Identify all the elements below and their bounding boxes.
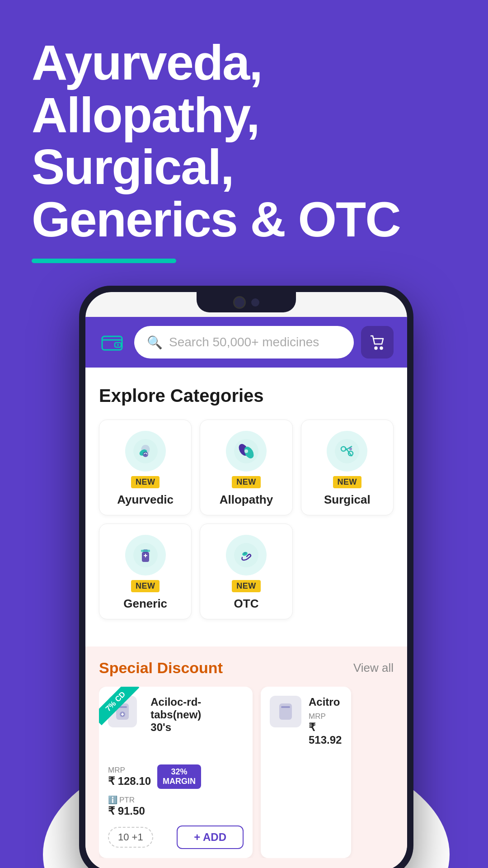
notch-camera — [233, 296, 246, 309]
surgical-icon-circle — [327, 431, 367, 472]
svg-point-12 — [335, 439, 359, 463]
svg-rect-28 — [281, 706, 290, 708]
add-to-cart-button[interactable]: + ADD — [177, 826, 244, 849]
cd-ribbon: 7% CD — [99, 687, 140, 727]
category-card-surgical[interactable]: NEW Surgical — [301, 420, 394, 515]
category-card-generic[interactable]: NEW Generic — [99, 524, 192, 619]
product-actions-aciloc: 10 +1 + ADD — [108, 826, 244, 849]
cd-ribbon-text: 7% CD — [99, 687, 139, 725]
notch-sensor — [251, 298, 259, 307]
mrp-label: MRP — [108, 766, 151, 775]
ptr-value: ₹ 91.50 — [108, 805, 145, 817]
mrp-block-acitro: MRP ₹ 513.92 — [309, 712, 342, 746]
allopathy-icon-circle — [226, 431, 267, 472]
svg-point-3 — [375, 347, 377, 349]
ayurvedic-icon-circle — [125, 431, 166, 472]
mrp-block: MRP ₹ 128.10 — [108, 766, 151, 788]
product-image-acitro — [270, 696, 301, 727]
search-placeholder: Search 50,000+ medicines — [169, 335, 319, 349]
generic-icon-circle — [125, 535, 166, 576]
ptr-label: ℹ️ PTR — [108, 795, 145, 805]
discount-header: Special Discount View all — [99, 659, 394, 677]
svg-point-4 — [380, 347, 383, 349]
phone-frame: 🔍 Search 50,000+ medicines Explore Categ… — [79, 286, 413, 868]
ayurvedic-new-badge: NEW — [131, 476, 160, 488]
phone-notch — [197, 292, 296, 312]
margin-badge: 32%MARGIN — [157, 764, 201, 789]
discount-title: Special Discount — [99, 659, 223, 677]
cart-button[interactable] — [361, 326, 394, 359]
mrp-value: ₹ 128.10 — [108, 775, 151, 788]
hero-underline — [32, 259, 176, 263]
product-card-acitro[interactable]: Acitro MRP ₹ 513.92 — [261, 687, 351, 858]
svg-point-11 — [244, 449, 248, 453]
allopathy-new-badge: NEW — [232, 476, 261, 488]
view-all-link[interactable]: View all — [353, 661, 394, 675]
otc-new-badge: NEW — [232, 580, 261, 592]
ayurvedic-label: Ayurvedic — [117, 493, 174, 507]
product-cards-row: 7% CD — [99, 687, 394, 858]
category-card-otc[interactable]: NEW OTC — [200, 524, 292, 619]
svg-point-22 — [234, 543, 258, 567]
product-name-aciloc: Aciloc-rd-tabs(new)30's — [150, 696, 244, 734]
search-bar[interactable]: 🔍 Search 50,000+ medicines — [134, 326, 354, 359]
svg-point-2 — [117, 344, 119, 346]
top-bar: 🔍 Search 50,000+ medicines — [85, 317, 407, 368]
category-card-ayurvedic[interactable]: NEW Ayurvedic — [99, 420, 192, 515]
phone-mockup: 🔍 Search 50,000+ medicines Explore Categ… — [32, 286, 461, 868]
surgical-label: Surgical — [324, 493, 371, 507]
surgical-new-badge: NEW — [333, 476, 362, 488]
categories-title: Explore Categories — [99, 386, 394, 406]
product-details-aciloc: MRP ₹ 128.10 32%MARGIN ℹ️ PTR ₹ 91.50 — [108, 764, 244, 817]
discount-section: Special Discount View all 7% CD — [85, 646, 407, 868]
hero-section: Ayurveda,Allopathy, Surgical,Generics & … — [0, 0, 488, 868]
svg-point-17 — [349, 448, 352, 450]
otc-label: OTC — [234, 597, 259, 611]
product-card-aciloc[interactable]: 7% CD — [99, 687, 253, 858]
generic-new-badge: NEW — [131, 580, 160, 592]
hero-title: Ayurveda,Allopathy, Surgical,Generics & … — [32, 36, 461, 245]
svg-rect-27 — [279, 703, 292, 720]
mrp-value-acitro: ₹ 513.92 — [309, 721, 342, 746]
generic-label: Generic — [123, 597, 167, 611]
svg-rect-21 — [141, 550, 150, 552]
allopathy-label: Allopathy — [220, 493, 273, 507]
category-grid-row1: NEW Ayurvedic — [99, 420, 394, 515]
otc-icon-circle — [226, 535, 267, 576]
category-card-allopathy[interactable]: NEW Allopathy — [200, 420, 292, 515]
ptr-block: ℹ️ PTR ₹ 91.50 — [108, 795, 145, 817]
main-content: Explore Categories — [85, 368, 407, 646]
category-grid-row2: NEW Generic — [99, 524, 394, 619]
quantity-stepper[interactable]: 10 +1 — [108, 827, 153, 848]
empty-cell — [301, 524, 394, 619]
search-icon: 🔍 — [147, 335, 163, 350]
svg-point-7 — [143, 452, 148, 457]
phone-screen: 🔍 Search 50,000+ medicines Explore Categ… — [85, 292, 407, 868]
wallet-icon[interactable] — [99, 331, 127, 354]
mrp-label-acitro: MRP — [309, 712, 342, 721]
